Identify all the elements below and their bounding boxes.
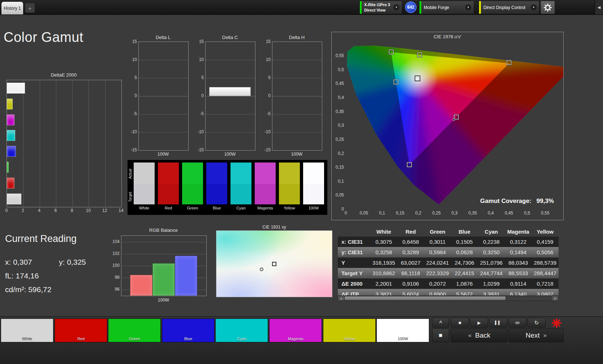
actual-target-swatches: Actual Target WhiteRedGreenBlueCyanMagen…: [128, 160, 327, 215]
next-button[interactable]: Next »: [509, 329, 564, 342]
table-cell: 0,7218: [532, 281, 559, 287]
chevron-up-icon: ^: [439, 320, 442, 326]
patch-button-blue[interactable]: Blue: [162, 318, 215, 342]
scrollbar-track[interactable]: [344, 296, 552, 300]
chevron-down-icon[interactable]: ▼: [530, 4, 537, 11]
delta-h-x-label: 100W: [272, 152, 322, 157]
scroll-right-button[interactable]: ►: [552, 296, 558, 300]
swatch-yellow: Yellow: [279, 162, 300, 212]
disconnect-button[interactable]: [549, 317, 564, 329]
history-tab[interactable]: History 1: [1, 2, 23, 14]
patch-button-white[interactable]: White: [1, 318, 53, 342]
axis-tick-label: 10: [194, 57, 204, 62]
table-horizontal-scrollbar[interactable]: ◄ ►: [338, 296, 559, 301]
axis-tick-label: 0,55: [541, 211, 550, 216]
axis-tick-label: 98: [111, 275, 120, 280]
table-cell: 3,3931: [478, 291, 505, 295]
reading-y: y: 0,325: [59, 258, 86, 266]
collapse-panel-button[interactable]: ◀: [595, 0, 603, 14]
swatch-label: Red: [158, 204, 179, 212]
table-cell: 6,1340: [505, 291, 531, 295]
table-cell: 288,4447: [532, 270, 559, 276]
play-icon: ▶: [477, 320, 481, 325]
stop-button[interactable]: ■: [451, 318, 469, 328]
swatch-actual: [158, 162, 179, 184]
patch-window-button[interactable]: ■: [432, 329, 449, 342]
add-tab-button[interactable]: +: [25, 3, 35, 13]
axis-tick-label: 0: [345, 211, 347, 216]
axis-tick-label: 0,4: [338, 95, 344, 100]
gamut-coverage-value: 99,3%: [537, 198, 554, 204]
table-row: ΔE 20002,20010,91060,20721,08761,02990,9…: [338, 278, 559, 289]
table-cell: 3,0807: [532, 291, 559, 295]
delta-plot: [205, 42, 255, 151]
swatch-target: [303, 184, 324, 204]
swatch-magenta: Magenta: [255, 162, 276, 212]
axis-tick-label: 102: [111, 251, 120, 256]
deltae2000-chart-title: DeltaE 2000: [7, 72, 121, 78]
column-header: Yellow: [532, 229, 559, 235]
cie1931-plot: [216, 230, 332, 297]
swatch-actual: [134, 162, 155, 184]
axis-tick-label: 10: [128, 57, 137, 62]
axis-tick-label: 0,15: [396, 211, 405, 216]
patch-button-red[interactable]: Red: [55, 318, 107, 342]
settings-button[interactable]: [540, 1, 555, 14]
chevron-down-icon[interactable]: ▼: [393, 4, 400, 11]
swatch-label: Green: [182, 204, 203, 212]
meter-device-label: X-Rite i1Pro 3 Direct View: [362, 2, 393, 13]
chevron-down-icon[interactable]: ▼: [465, 4, 472, 11]
column-header: Blue: [451, 229, 478, 235]
swatch-label: 100W: [303, 204, 324, 212]
axis-tick-label: 0,55: [336, 53, 344, 58]
scroll-left-button[interactable]: ◄: [338, 296, 344, 300]
collapse-left-icon: ◀: [598, 5, 600, 10]
page-title: Color Gamut: [4, 30, 83, 45]
patch-button-green[interactable]: Green: [108, 318, 161, 342]
patch-button-yellow[interactable]: Yellow: [323, 318, 376, 342]
table-row: Y316,193563,0027224,024124,7306251,07968…: [338, 257, 559, 268]
axis-tick-label: -10: [128, 129, 137, 134]
cie1931-measured-marker: [260, 268, 263, 271]
table-cell: 0,1505: [451, 239, 478, 245]
deltae-bar-blue: [7, 146, 16, 157]
pause-button[interactable]: ▌▌: [489, 318, 507, 328]
patch-label: Yellow: [323, 337, 375, 341]
table-cell: 244,7744: [478, 270, 505, 276]
loop-button[interactable]: ↻: [527, 318, 546, 328]
delta-l-x-label: 100W: [138, 152, 188, 157]
continuous-measure-button[interactable]: ∞: [508, 318, 526, 328]
axis-tick-label: 0,25: [336, 137, 344, 142]
axis-tick-label: 10: [261, 57, 271, 62]
axis-tick-label: 12: [102, 208, 107, 213]
table-cell: 0,3122: [505, 239, 531, 245]
axis-tick-label: 0,45: [336, 81, 344, 86]
patch-size-up-button[interactable]: ^: [432, 318, 449, 328]
stop-icon: ■: [458, 320, 461, 325]
patch-button-magenta[interactable]: Magenta: [269, 318, 322, 342]
table-cell: 3,3821: [370, 291, 397, 295]
cie1976-plot: 00,050,10,150,20,250,30,350,40,450,50,55…: [332, 32, 563, 220]
back-button[interactable]: « Back: [451, 329, 508, 342]
play-button[interactable]: ▶: [470, 318, 488, 328]
delta-c-x-label: 100W: [205, 152, 255, 157]
swatch-red: Red: [158, 162, 179, 212]
scrollbar-thumb[interactable]: [345, 296, 505, 300]
delta-h-title: Delta H: [272, 35, 322, 40]
rgb-balance-x-label: 100W: [121, 298, 206, 303]
swatch-label: Magenta: [255, 204, 276, 212]
patch-button-100w[interactable]: 100W: [376, 318, 429, 342]
table-cell: 66,1118: [397, 270, 424, 276]
meter-dropdown[interactable]: X-Rite i1Pro 3 Direct View ▼: [359, 1, 402, 14]
deltae2000-x-axis: 02468101214: [7, 208, 121, 214]
swatch-blue: Blue: [206, 162, 227, 212]
patch-button-cyan[interactable]: Cyan: [215, 318, 268, 342]
delta-plot: [272, 42, 322, 151]
axis-tick-label: 0,3: [452, 211, 458, 216]
bottom-bar: ^ ■ ■ ▶ ▌▌ ∞ ↻ « Back Ne: [0, 316, 603, 364]
axis-tick-label: 8: [71, 208, 73, 213]
source-dropdown[interactable]: Mobile Forge ▼: [419, 1, 474, 14]
axis-tick-label: 0,05: [336, 192, 344, 198]
display-control-dropdown[interactable]: Direct Display Control ▼: [479, 1, 539, 14]
axis-tick-label: 0,1: [379, 211, 385, 216]
